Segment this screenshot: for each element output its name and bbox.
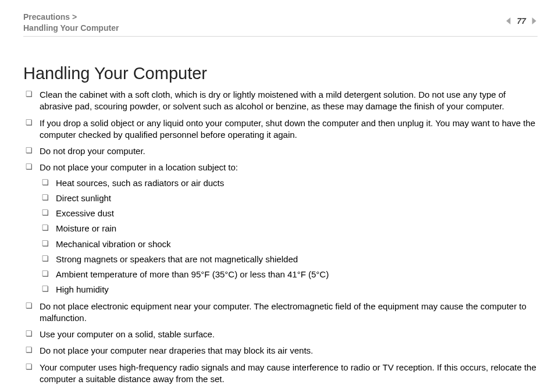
document-page: Precautions > Handling Your Computer 77 … [0, 0, 555, 392]
list-item: If you drop a solid object or any liquid… [23, 117, 538, 141]
bullet-list: Clean the cabinet with a soft cloth, whi… [23, 89, 538, 385]
sub-bullet-list: Heat sources, such as radiators or air d… [40, 177, 538, 296]
list-item: Use your computer on a solid, stable sur… [23, 329, 538, 340]
list-item-text: Do not drop your computer. [40, 146, 145, 156]
breadcrumb-line-1: Precautions > [23, 12, 119, 23]
list-item-text: Do not place your computer near draperie… [40, 345, 313, 355]
sub-list-item: High humidity [40, 284, 538, 295]
next-page-button[interactable] [529, 17, 538, 25]
list-item: Do not place your computer near draperie… [23, 345, 538, 357]
arrow-left-icon [506, 17, 513, 24]
sub-list-item: Strong magnets or speakers that are not … [40, 254, 538, 265]
sub-list-item: Direct sunlight [40, 193, 538, 204]
list-item-text: Use your computer on a solid, stable sur… [40, 329, 215, 339]
list-item-text: Do not place electronic equipment near y… [40, 301, 526, 323]
list-item-text: Your computer uses high-frequency radio … [40, 362, 536, 384]
list-item-text: If you drop a solid object or any liquid… [40, 118, 535, 140]
list-item: Do not drop your computer. [23, 145, 538, 157]
sub-list-item: Heat sources, such as radiators or air d… [40, 177, 538, 189]
page-number: 77 [517, 16, 526, 26]
breadcrumb: Precautions > Handling Your Computer [23, 12, 119, 34]
arrow-right-icon [530, 17, 537, 24]
page-navigation: 77 [505, 16, 538, 26]
list-item: Clean the cabinet with a soft cloth, whi… [23, 89, 538, 113]
sub-list-item: Moisture or rain [40, 223, 538, 234]
list-item: Do not place your computer in a location… [23, 162, 538, 295]
breadcrumb-line-2: Handling Your Computer [23, 23, 119, 34]
header-divider [23, 36, 538, 37]
sub-list-item: Ambient temperature of more than 95°F (3… [40, 269, 538, 280]
list-item-text: Clean the cabinet with a soft cloth, whi… [40, 90, 506, 111]
sub-list-item: Mechanical vibration or shock [40, 238, 538, 250]
list-item: Do not place electronic equipment near y… [23, 301, 538, 325]
list-item-text: Do not place your computer in a location… [40, 162, 238, 172]
sub-list-item: Excessive dust [40, 208, 538, 219]
list-item: Your computer uses high-frequency radio … [23, 362, 538, 386]
prev-page-button[interactable] [505, 17, 513, 25]
page-title: Handling Your Computer [23, 64, 538, 83]
content-area: Handling Your Computer Clean the cabinet… [23, 64, 538, 390]
